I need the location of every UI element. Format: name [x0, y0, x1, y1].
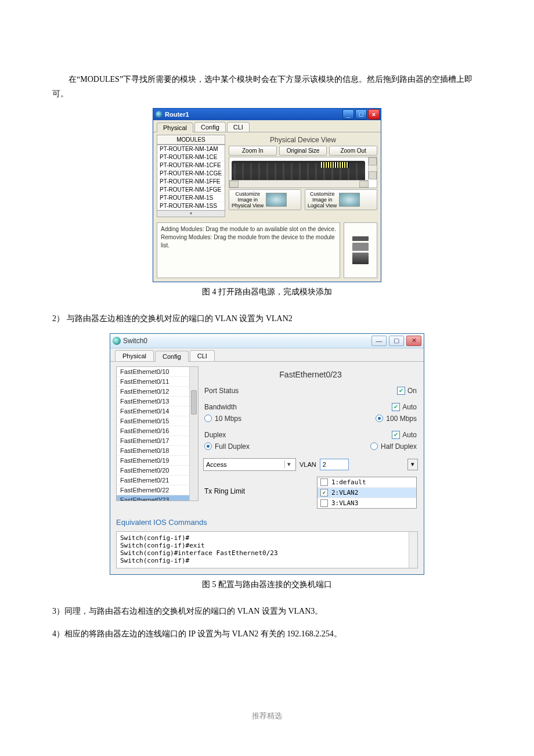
port-item[interactable]: FastEthernet0/16	[117, 426, 198, 436]
port-item[interactable]: FastEthernet0/11	[117, 377, 198, 387]
bandwidth-100-radio[interactable]: 100 Mbps	[376, 415, 417, 423]
physical-device-view-title: Physical Device View	[229, 136, 377, 144]
bw-10-label: 10 Mbps	[215, 415, 241, 423]
port-item[interactable]: FastEthernet0/14	[117, 406, 198, 416]
port-item[interactable]: FastEthernet0/18	[117, 446, 198, 456]
module-item[interactable]: PT-ROUTER-NM-1CFE	[157, 161, 225, 170]
vlan-option[interactable]: ✔ 2:VLAN2	[317, 488, 416, 498]
port-mode-select[interactable]: Access ▾	[203, 458, 296, 471]
vlan-input[interactable]: 2	[320, 459, 349, 470]
vlan-options-popup: 1:default ✔ 2:VLAN2 3:VLAN3	[317, 477, 417, 509]
app-icon	[113, 337, 121, 345]
switch0-window: Switch0 — ▢ ✕ Physical Config CLI FastEt…	[110, 333, 424, 575]
ios-commands-output[interactable]: Switch(config-if)# Switch(config-if)#exi…	[116, 531, 418, 568]
vlan-label: VLAN	[300, 461, 316, 468]
router-thumb-icon	[266, 193, 287, 207]
module-item[interactable]: PT-ROUTER-NM-1CGE	[157, 170, 225, 178]
router1-window: Router1 _ □ × Physical Config CLI MODULE…	[153, 108, 381, 282]
module-item[interactable]: PT-ROUTER-NM-1CE	[157, 153, 225, 161]
maximize-button[interactable]: □	[355, 109, 367, 120]
duplex-auto-checkbox[interactable]: ✔ Auto	[392, 431, 417, 439]
window-title: Switch0	[123, 337, 147, 345]
device-chassis-view[interactable]	[229, 157, 377, 188]
vlan-option-label: 3:VLAN3	[331, 499, 358, 507]
switch0-titlebar[interactable]: Switch0 — ▢ ✕	[110, 334, 424, 348]
device-scroll-vertical[interactable]	[368, 157, 377, 179]
figure4-caption: 图 4 打开路由器电源，完成模块添加	[52, 287, 482, 297]
full-duplex-radio[interactable]: Full Duplex	[204, 442, 291, 451]
tab-config[interactable]: Config	[155, 351, 189, 362]
auto-label: Auto	[402, 403, 417, 411]
port-item[interactable]: FastEthernet0/17	[117, 436, 198, 446]
device-scroll-horizontal[interactable]	[229, 180, 369, 188]
tab-config[interactable]: Config	[194, 122, 226, 132]
module-item[interactable]: PT-ROUTER-NM-1S	[157, 194, 225, 202]
close-button[interactable]: ✕	[406, 336, 421, 346]
close-button[interactable]: ×	[368, 109, 380, 120]
vlan-option-label: 2:VLAN2	[331, 489, 358, 496]
tx-ring-label: Tx Ring Limit	[204, 487, 245, 495]
vlan-option[interactable]: 1:default	[317, 477, 416, 488]
tab-cli[interactable]: CLI	[190, 350, 215, 361]
zoom-in-button[interactable]: Zoom In	[229, 146, 277, 156]
module-item[interactable]: PT-ROUTER-NM-1AM	[157, 145, 225, 153]
tab-cli[interactable]: CLI	[227, 122, 250, 132]
port-item[interactable]: FastEthernet0/21	[117, 476, 198, 485]
module-help-text: Adding Modules: Drag the module to an av…	[157, 222, 340, 278]
customize-logical-label: Customize Image in Logical View	[308, 191, 337, 208]
minimize-button[interactable]: _	[342, 109, 354, 120]
ios-scrollbar[interactable]	[409, 532, 417, 568]
chevron-down-icon: ▾	[284, 460, 293, 468]
full-duplex-label: Full Duplex	[215, 442, 250, 451]
original-size-button[interactable]: Original Size	[279, 146, 327, 156]
interface-list-scrollbar[interactable]	[189, 367, 198, 501]
port-item[interactable]: FastEthernet0/15	[117, 416, 198, 426]
module-preview	[344, 222, 377, 278]
tab-physical[interactable]: Physical	[115, 350, 154, 361]
port-item[interactable]: FastEthernet0/22	[117, 485, 198, 495]
vlan-option-label: 1:default	[331, 478, 366, 486]
switch-tabs: Physical Config CLI	[110, 348, 424, 362]
vlan-option[interactable]: 3:VLAN3	[317, 498, 416, 508]
port-item[interactable]: FastEthernet0/20	[117, 466, 198, 476]
port-item[interactable]: FastEthernet0/23	[117, 495, 198, 501]
interface-list[interactable]: FastEthernet0/10 FastEthernet0/11 FastEt…	[116, 366, 199, 501]
router1-titlebar[interactable]: Router1 _ □ ×	[153, 109, 381, 120]
module-item[interactable]: PT-ROUTER-NM-1FFE	[157, 178, 225, 186]
half-duplex-label: Half Duplex	[381, 442, 417, 451]
maximize-button[interactable]: ▢	[389, 336, 404, 346]
half-duplex-radio[interactable]: Half Duplex	[370, 442, 417, 451]
tab-physical[interactable]: Physical	[157, 123, 193, 132]
window-title: Router1	[165, 111, 189, 118]
checkbox-icon: ✔	[320, 489, 328, 496]
port-item[interactable]: FastEthernet0/10	[117, 367, 198, 377]
app-icon	[156, 111, 163, 118]
port-item[interactable]: FastEthernet0/12	[117, 387, 198, 397]
minimize-button[interactable]: —	[371, 336, 387, 346]
modules-list[interactable]: PT-ROUTER-NM-1AM PT-ROUTER-NM-1CE PT-ROU…	[157, 145, 225, 211]
module-item[interactable]: PT-ROUTER-NM-1SS	[157, 202, 225, 210]
port-item[interactable]: FastEthernet0/19	[117, 456, 198, 466]
step-2-text: 2） 与路由器左边相连的交换机对应的端口的 VLAN 设置为 VLAN2	[52, 311, 482, 326]
customize-logical-button[interactable]: Customize Image in Logical View	[305, 189, 377, 210]
port-mode-value: Access	[206, 461, 226, 468]
ios-commands-text: Switch(config-if)# Switch(config-if)#exi…	[120, 534, 278, 564]
vlan-dropdown-button[interactable]: ▾	[407, 459, 418, 470]
modules-scroll-down[interactable]: ▾	[157, 211, 225, 217]
customize-physical-button[interactable]: Customize Image in Physical View	[229, 189, 301, 210]
bandwidth-10-radio[interactable]: 10 Mbps	[204, 415, 291, 423]
port-status-checkbox[interactable]: ✔ On	[397, 387, 417, 395]
duplex-label: Duplex	[204, 431, 268, 439]
module-item[interactable]: PT-ROUTER-NM-1FGE	[157, 186, 225, 194]
router-thumb-icon	[339, 193, 360, 207]
help-line: Removing Modules: Drag the module from t…	[161, 233, 336, 250]
zoom-out-button[interactable]: Zoom Out	[329, 146, 377, 156]
step-4-text: 4）相应的将路由器左边的连线端口的 IP 设置为与 VLAN2 有关的 192.…	[52, 627, 482, 641]
checkbox-icon	[320, 499, 328, 507]
help-line: Adding Modules: Drag the module to an av…	[161, 225, 336, 233]
port-item[interactable]: FastEthernet0/13	[117, 397, 198, 406]
page-footer: 推荐精选	[52, 711, 482, 721]
bandwidth-label: Bandwidth	[204, 403, 268, 411]
bandwidth-auto-checkbox[interactable]: ✔ Auto	[392, 403, 417, 411]
interface-title: FastEthernet0/23	[203, 366, 418, 385]
